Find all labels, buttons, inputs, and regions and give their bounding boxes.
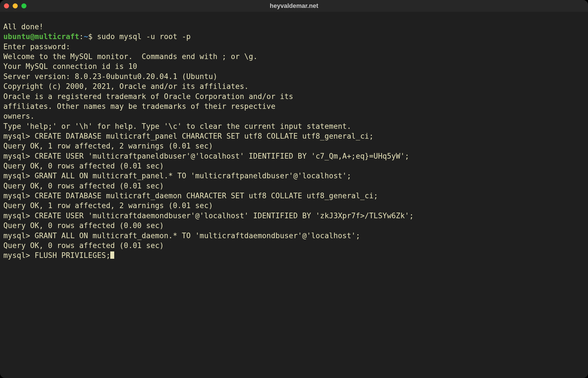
maximize-icon[interactable] bbox=[21, 3, 26, 8]
prompt-at: @ bbox=[30, 32, 35, 41]
minimize-icon[interactable] bbox=[13, 3, 18, 8]
prompt-path: ~ bbox=[84, 32, 88, 41]
terminal-body[interactable]: All done!ubuntu@multicraft:~$ sudo mysql… bbox=[0, 12, 588, 378]
output-line: Query OK, 0 rows affected (0.01 sec) bbox=[3, 161, 585, 171]
cursor-icon bbox=[110, 251, 114, 259]
output-line: All done! bbox=[3, 22, 585, 32]
close-icon[interactable] bbox=[4, 3, 9, 8]
output-line: mysql> CREATE USER 'multicraftdaemondbus… bbox=[3, 211, 585, 221]
output-line: owners. bbox=[3, 111, 585, 121]
output-line: mysql> GRANT ALL ON multicraft_daemon.* … bbox=[3, 231, 585, 241]
traffic-lights bbox=[4, 3, 26, 8]
output-line: Oracle is a registered trademark of Orac… bbox=[3, 92, 585, 102]
output-line: Enter password: bbox=[3, 42, 585, 52]
output-line: Query OK, 1 row affected, 2 warnings (0.… bbox=[3, 141, 585, 151]
prompt-user: ubuntu bbox=[3, 32, 30, 41]
prompt-dollar: $ bbox=[88, 32, 97, 41]
output-line: Query OK, 1 row affected, 2 warnings (0.… bbox=[3, 201, 585, 211]
output-line: affiliates. Other names may be trademark… bbox=[3, 102, 585, 111]
titlebar: heyvaldemar.net bbox=[0, 0, 588, 12]
output-line: Query OK, 0 rows affected (0.01 sec) bbox=[3, 181, 585, 191]
output-line: mysql> CREATE USER 'multicraftpaneldbuse… bbox=[3, 151, 585, 161]
current-input-text: mysql> FLUSH PRIVILEGES; bbox=[3, 251, 110, 260]
prompt-colon: : bbox=[79, 32, 84, 41]
output-line: Copyright (c) 2000, 2021, Oracle and/or … bbox=[3, 82, 585, 91]
output-line: mysql> CREATE DATABASE multicraft_daemon… bbox=[3, 191, 585, 201]
output-line: Your MySQL connection id is 10 bbox=[3, 62, 585, 71]
output-line: Server version: 8.0.23-0ubuntu0.20.04.1 … bbox=[3, 72, 585, 82]
terminal-window: heyvaldemar.net All done!ubuntu@multicra… bbox=[0, 0, 588, 378]
prompt-line: ubuntu@multicraft:~$ sudo mysql -u root … bbox=[3, 32, 585, 42]
prompt-host: multicraft bbox=[35, 32, 79, 41]
output-line: mysql> CREATE DATABASE multicraft_panel … bbox=[3, 131, 585, 141]
output-line: Type 'help;' or '\h' for help. Type '\c'… bbox=[3, 122, 585, 131]
window-title: heyvaldemar.net bbox=[0, 2, 588, 10]
output-line: Query OK, 0 rows affected (0.01 sec) bbox=[3, 241, 585, 251]
current-input-line: mysql> FLUSH PRIVILEGES; bbox=[3, 251, 585, 260]
output-line: Welcome to the MySQL monitor. Commands e… bbox=[3, 52, 585, 62]
output-line: Query OK, 0 rows affected (0.00 sec) bbox=[3, 221, 585, 231]
command-text: sudo mysql -u root -p bbox=[97, 32, 191, 41]
output-line: mysql> GRANT ALL ON multicraft_panel.* T… bbox=[3, 171, 585, 181]
